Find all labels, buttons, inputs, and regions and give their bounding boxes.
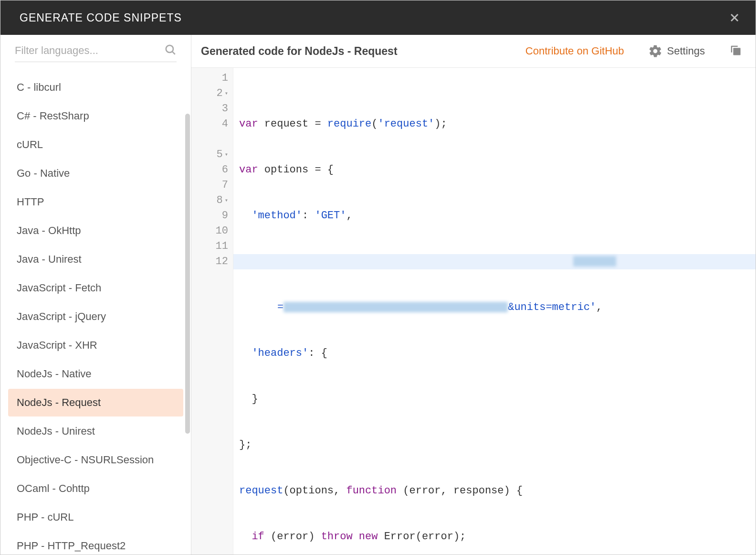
code-editor[interactable]: 1 2▾ 3 4 5▾ 6 7 8▾ 9 10 11 12 var reques… — [191, 68, 756, 555]
redacted-id — [573, 256, 616, 267]
modal-title: GENERATE CODE SNIPPETS — [20, 11, 182, 24]
language-item[interactable]: C - libcurl — [8, 74, 183, 101]
language-item[interactable]: HTTP — [8, 188, 183, 216]
language-item[interactable]: NodeJs - Native — [8, 360, 183, 388]
language-item[interactable]: JavaScript - XHR — [8, 331, 183, 359]
contribute-link[interactable]: Contribute on GitHub — [525, 45, 624, 57]
language-list[interactable]: C - libcurl C# - RestSharp cURL Go - Nat… — [0, 69, 191, 555]
settings-button[interactable]: Settings — [648, 44, 705, 58]
svg-rect-1 — [733, 48, 740, 55]
close-icon — [728, 11, 741, 24]
close-button[interactable] — [728, 11, 741, 24]
copy-icon — [729, 43, 742, 57]
language-item[interactable]: cURL — [8, 131, 183, 159]
code-toolbar: Generated code for NodeJs - Request Cont… — [191, 35, 756, 68]
language-item[interactable]: OCaml - Cohttp — [8, 475, 183, 502]
language-item-selected[interactable]: NodeJs - Request — [8, 389, 183, 416]
language-item[interactable]: PHP - HTTP_Request2 — [8, 532, 183, 555]
current-line-highlight — [233, 254, 756, 269]
language-item[interactable]: JavaScript - jQuery — [8, 303, 183, 331]
language-sidebar: C - libcurl C# - RestSharp cURL Go - Nat… — [0, 35, 191, 555]
language-item[interactable]: Java - OkHttp — [8, 217, 183, 245]
code-content[interactable]: var request = require('request'); var op… — [233, 68, 756, 555]
language-item[interactable]: JavaScript - Fetch — [8, 274, 183, 302]
language-item[interactable]: Objective-C - NSURLSession — [8, 446, 183, 474]
main-panel: Generated code for NodeJs - Request Cont… — [191, 35, 756, 555]
gear-icon — [648, 44, 662, 58]
language-item[interactable]: NodeJs - Unirest — [8, 417, 183, 445]
generated-code-title: Generated code for NodeJs - Request — [201, 45, 516, 58]
line-gutter: 1 2▾ 3 4 5▾ 6 7 8▾ 9 10 11 12 — [191, 68, 233, 555]
fold-icon[interactable]: ▾ — [225, 86, 228, 101]
language-item[interactable]: Java - Unirest — [8, 245, 183, 273]
language-item[interactable]: PHP - cURL — [8, 503, 183, 531]
fold-icon[interactable]: ▾ — [225, 193, 228, 208]
svg-point-0 — [166, 45, 173, 53]
modal-header: GENERATE CODE SNIPPETS — [0, 0, 756, 35]
sidebar-scrollbar[interactable] — [185, 114, 190, 434]
copy-button[interactable] — [729, 43, 742, 59]
settings-label: Settings — [667, 45, 705, 57]
language-item[interactable]: C# - RestSharp — [8, 102, 183, 130]
filter-languages-input[interactable] — [15, 44, 164, 57]
fold-icon[interactable]: ▾ — [225, 147, 228, 162]
redacted-appid — [284, 302, 508, 312]
language-item[interactable]: Go - Native — [8, 160, 183, 187]
search-icon — [164, 43, 177, 58]
